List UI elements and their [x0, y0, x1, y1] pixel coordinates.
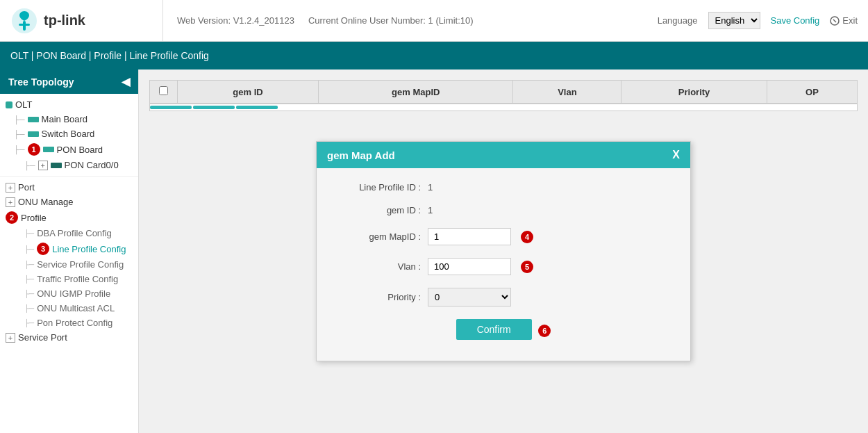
service-connector: ├─: [24, 261, 34, 268]
profile-label: Profile: [21, 213, 47, 223]
sidebar: Tree Topology ◀ OLT ├─ Main Board ├─ Swi…: [0, 70, 139, 433]
nav-item-service-profile[interactable]: ├─ Service Profile Config: [0, 257, 138, 272]
sidebar-item-main-board[interactable]: ├─ Main Board: [0, 112, 138, 126]
sidebar-item-switch-board[interactable]: ├─ Switch Board: [0, 126, 138, 141]
gem-id-label: gem ID :: [337, 205, 421, 215]
line-profile-id-value: 1: [428, 182, 433, 193]
header-info: Web Version: V1.2.4_201123 Current Onlin…: [163, 15, 658, 26]
left-nav: + Port + ONU Manage 2 Profile ├─ DBA Pro…: [0, 176, 138, 348]
onu-igmp-label: ONU IGMP Profile: [37, 288, 110, 299]
switch-board-chip-icon: [28, 131, 39, 137]
onu-manage-label: ONU Manage: [18, 197, 73, 207]
tree-connector-2: ├─: [14, 130, 25, 138]
step-badge-1: 1: [28, 143, 40, 156]
service-profile-label: Service Profile Config: [37, 259, 124, 270]
port-expand-icon[interactable]: +: [6, 183, 15, 193]
main-layout: Tree Topology ◀ OLT ├─ Main Board ├─ Swi…: [0, 70, 868, 433]
gem-map-add-modal: gem Map Add X Line Profile ID : 1 gem ID…: [316, 141, 691, 361]
gem-mapid-input[interactable]: [428, 228, 511, 245]
nav-item-traffic-profile[interactable]: ├─ Traffic Profile Config: [0, 272, 138, 286]
step-badge-2: 2: [6, 211, 18, 224]
exit-icon: [830, 16, 840, 26]
modal-title-bar: gem Map Add X: [317, 142, 690, 168]
modal-close-button[interactable]: X: [672, 149, 680, 161]
nav-item-onu-manage[interactable]: + ONU Manage: [0, 195, 138, 209]
step-badge-6: 6: [538, 325, 551, 337]
svg-rect-2: [19, 24, 30, 26]
sidebar-item-pon-board[interactable]: ├─ 1 PON Board: [0, 141, 138, 158]
gem-mapid-label: gem MapID :: [337, 231, 421, 242]
nav-item-port[interactable]: + Port: [0, 180, 138, 195]
dba-connector: ├─: [24, 229, 34, 237]
header: tp-link Web Version: V1.2.4_201123 Curre…: [0, 0, 868, 42]
traffic-connector: ├─: [24, 275, 34, 283]
vlan-input[interactable]: [428, 258, 511, 275]
pon-protect-connector: ├─: [24, 319, 34, 327]
collapse-arrow-icon: ◀: [122, 75, 130, 88]
igmp-connector: ├─: [24, 290, 34, 297]
nav-item-pon-protect[interactable]: ├─ Pon Protect Config: [0, 316, 138, 330]
olt-label: OLT: [15, 99, 32, 110]
pon-protect-label: Pon Protect Config: [37, 318, 112, 328]
pon-card-label: PON Card0/0: [65, 160, 119, 170]
pon-board-chip-icon: [43, 147, 54, 152]
sidebar-tree: OLT ├─ Main Board ├─ Switch Board ├─ 1 P…: [0, 94, 138, 176]
modal-body: Line Profile ID : 1 gem ID : 1 gem MapID…: [317, 168, 690, 361]
dba-label: DBA Profile Config: [37, 228, 112, 238]
service-port-label: Service Port: [18, 332, 67, 343]
svg-line-4: [833, 19, 836, 22]
priority-select[interactable]: 0 1 2 3 4 5 6 7: [428, 288, 511, 307]
nav-item-profile[interactable]: 2 Profile: [0, 209, 138, 226]
tree-connector-4: ├─: [24, 161, 35, 170]
sidebar-header[interactable]: Tree Topology ◀: [0, 70, 138, 94]
switch-board-label: Switch Board: [42, 129, 95, 139]
sidebar-item-olt[interactable]: OLT: [0, 97, 138, 112]
traffic-profile-label: Traffic Profile Config: [37, 274, 118, 284]
nav-item-onu-igmp[interactable]: ├─ ONU IGMP Profile: [0, 286, 138, 301]
service-port-expand-icon[interactable]: +: [6, 333, 15, 343]
nav-item-line-profile[interactable]: ├─ 3 Line Profile Config: [0, 240, 138, 257]
form-row-vlan: Vlan : 5: [337, 258, 669, 275]
main-board-label: Main Board: [42, 114, 87, 124]
form-row-gem-mapid: gem MapID : 4: [337, 228, 669, 245]
line-connector: ├─: [24, 245, 34, 253]
breadcrumb-text: OLT | PON Board | Profile | Line Profile…: [10, 50, 209, 61]
multicast-connector: ├─: [24, 304, 34, 312]
confirm-button[interactable]: Confirm: [456, 319, 532, 340]
form-row-priority: Priority : 0 1 2 3 4 5 6 7: [337, 288, 669, 307]
version-text: Web Version: V1.2.4_201123: [177, 15, 294, 26]
priority-label: Priority :: [337, 292, 421, 302]
form-row-gem-id: gem ID : 1: [337, 205, 669, 215]
step-badge-3: 3: [37, 243, 49, 255]
language-label: Language: [658, 15, 698, 26]
sidebar-item-pon-card[interactable]: ├─ + PON Card0/0: [0, 158, 138, 172]
vlan-label: Vlan :: [337, 261, 421, 272]
nav-item-dba[interactable]: ├─ DBA Profile Config: [0, 226, 138, 240]
gem-id-value: 1: [428, 205, 433, 215]
pon-card-expand-icon[interactable]: +: [38, 161, 48, 170]
logo-area: tp-link: [10, 0, 163, 41]
line-profile-id-label: Line Profile ID :: [337, 182, 421, 193]
main-board-chip-icon: [28, 117, 39, 122]
tp-link-logo-icon: [10, 7, 38, 35]
modal-title: gem Map Add: [327, 149, 395, 161]
language-select[interactable]: English: [708, 12, 760, 29]
online-users-text: Current Online User Number: 1 (Limit:10): [308, 15, 474, 26]
port-label: Port: [18, 182, 35, 193]
olt-chip-icon: [6, 101, 12, 108]
tree-connector-1: ├─: [14, 115, 25, 124]
btn-row: Confirm 6: [337, 319, 669, 340]
step-badge-4: 4: [521, 231, 533, 243]
header-right: Language English Save Config Exit: [658, 12, 858, 29]
line-profile-label: Line Profile Config: [52, 244, 126, 254]
save-config-link[interactable]: Save Config: [771, 15, 820, 26]
sidebar-title: Tree Topology: [8, 76, 74, 88]
nav-item-service-port[interactable]: + Service Port: [0, 330, 138, 345]
logo-text: tp-link: [44, 13, 85, 28]
exit-button[interactable]: Exit: [830, 15, 858, 26]
modal-overlay: gem Map Add X Line Profile ID : 1 gem ID…: [139, 70, 868, 433]
nav-item-onu-multicast[interactable]: ├─ ONU Multicast ACL: [0, 301, 138, 316]
onu-manage-expand-icon[interactable]: +: [6, 197, 15, 207]
pon-card-chip-icon: [51, 163, 62, 168]
step-badge-5: 5: [521, 261, 533, 273]
